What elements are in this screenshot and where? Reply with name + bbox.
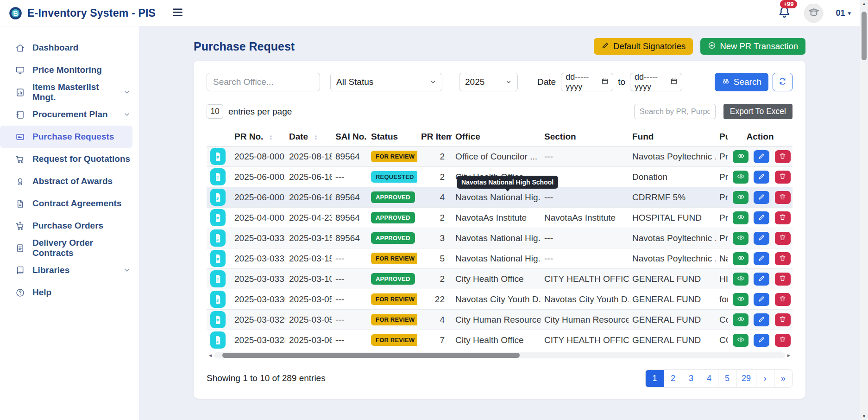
date-from-input[interactable]: dd-----yyyy [561, 73, 613, 91]
delete-button[interactable] [775, 252, 791, 265]
pr-file-button[interactable] [210, 250, 226, 267]
default-signatories-button[interactable]: Default Signatories [594, 38, 693, 55]
page-button-3[interactable]: 3 [682, 370, 700, 387]
search-pr-purpose-input[interactable] [634, 104, 716, 119]
sidebar-item-procurement-plan[interactable]: Procurement Plan [0, 103, 139, 126]
scroll-right-arrow-icon[interactable]: ► [785, 353, 793, 358]
user-menu[interactable]: 01 ▾ [836, 8, 851, 18]
scroll-up-arrow-icon[interactable]: ▲ [860, 0, 868, 7]
pr-file-button[interactable] [210, 148, 226, 165]
date-cell: 2025-03-10 [285, 269, 332, 289]
pr-file-button[interactable] [210, 291, 226, 308]
edit-button[interactable] [754, 252, 769, 265]
delete-button[interactable] [775, 171, 791, 184]
pr-file-button[interactable] [210, 168, 226, 185]
column-header-date[interactable]: Date▴▾ [285, 127, 332, 146]
delete-button[interactable] [775, 293, 791, 306]
pr-file-button[interactable] [210, 311, 226, 328]
pr-file-button[interactable] [210, 331, 226, 349]
view-button[interactable] [733, 150, 748, 163]
year-select[interactable]: 2025 [459, 73, 518, 91]
pr-file-button[interactable] [210, 209, 226, 226]
view-button[interactable] [733, 211, 748, 224]
scroll-down-arrow-icon[interactable]: ▼ [860, 413, 868, 420]
entries-per-page-label: entries per page [228, 107, 292, 117]
pr-no-cell: 2025-03-0330 [231, 289, 285, 310]
edit-button[interactable] [754, 191, 769, 204]
pencil-icon [758, 254, 766, 263]
column-header-action: Action [728, 127, 793, 146]
horizontal-scrollbar[interactable]: ◄ ► [207, 352, 793, 359]
sidebar-item-contract-agreements[interactable]: Contract Agreements [0, 192, 139, 215]
date-to-input[interactable]: dd-----yyyy [630, 73, 682, 91]
entries-per-page-select[interactable]: 10 [207, 104, 223, 119]
vertical-scrollbar[interactable]: ▲ ▼ [860, 0, 868, 420]
action-cell [728, 228, 793, 248]
edit-button[interactable] [754, 211, 769, 224]
view-button[interactable] [733, 232, 748, 245]
pr-file-button[interactable] [210, 229, 226, 247]
pr-file-button[interactable] [210, 270, 226, 287]
view-button[interactable] [733, 273, 748, 286]
search-button[interactable]: Search [715, 73, 768, 91]
pr-items-cell: 4 [417, 187, 452, 208]
status-select[interactable]: All Status [330, 73, 442, 91]
view-button[interactable] [733, 171, 748, 184]
edit-button[interactable] [754, 150, 769, 163]
column-header-purpose: Purpose [716, 127, 728, 146]
eye-icon [737, 274, 745, 284]
sidebar-item-request-for-quotations[interactable]: Request for Quotations [0, 148, 139, 170]
export-to-excel-button[interactable]: Export To Excel [723, 104, 793, 119]
user-avatar[interactable] [804, 4, 823, 23]
last-page-button[interactable]: » [774, 370, 792, 387]
page-button-29[interactable]: 29 [736, 370, 756, 387]
notifications-button[interactable]: +99 [777, 5, 792, 21]
action-cell [728, 269, 793, 289]
view-button[interactable] [733, 334, 748, 347]
delete-button[interactable] [775, 334, 791, 347]
next-page-button[interactable]: › [756, 370, 774, 387]
sidebar-item-help[interactable]: Help [0, 281, 139, 304]
page-button-2[interactable]: 2 [664, 370, 682, 387]
search-office-input[interactable] [207, 73, 320, 91]
delete-button[interactable] [775, 273, 791, 286]
sidebar-item-libraries[interactable]: Libraries [0, 259, 139, 281]
view-button[interactable] [733, 252, 748, 265]
column-header-pr-no[interactable]: PR No.▴▾ [231, 127, 285, 146]
document-icon [214, 274, 222, 285]
edit-button[interactable] [754, 334, 769, 347]
sidebar-item-abstract-of-awards[interactable]: Abstract of Awards [0, 170, 139, 192]
menu-toggle-button[interactable] [171, 6, 184, 20]
view-button[interactable] [733, 191, 748, 204]
edit-button[interactable] [754, 313, 769, 326]
eye-icon [737, 172, 745, 182]
edit-button[interactable] [754, 273, 769, 286]
sidebar-item-purchase-orders[interactable]: Purchase Orders [0, 215, 139, 237]
vertical-scrollbar-thumb[interactable] [862, 12, 867, 60]
edit-button[interactable] [754, 232, 769, 245]
sidebar-item-price-monitoring[interactable]: Price Monitoring [0, 59, 139, 81]
delete-button[interactable] [775, 191, 791, 204]
delete-button[interactable] [775, 211, 791, 224]
delete-button[interactable] [775, 150, 791, 163]
page-button-5[interactable]: 5 [718, 370, 736, 387]
horizontal-scrollbar-thumb[interactable] [222, 353, 519, 358]
edit-button[interactable] [754, 293, 769, 306]
sidebar-item-purchase-requests[interactable]: Purchase Requests [0, 126, 132, 148]
pr-file-button[interactable] [210, 189, 226, 206]
refresh-button[interactable] [773, 73, 793, 91]
page-button-1[interactable]: 1 [646, 370, 664, 387]
scroll-left-arrow-icon[interactable]: ◄ [207, 353, 214, 358]
sidebar-item-delivery-order-contracts[interactable]: Delivery Order Contracts [0, 237, 139, 259]
new-pr-transaction-button[interactable]: New PR Transaction [700, 38, 805, 55]
page-button-4[interactable]: 4 [700, 370, 718, 387]
sidebar-item-dashboard[interactable]: Dashboard [0, 37, 139, 59]
edit-button[interactable] [754, 171, 769, 184]
horizontal-scrollbar-track[interactable] [214, 352, 785, 358]
delete-button[interactable] [775, 313, 791, 326]
sidebar-item-items-masterlist[interactable]: Items Masterlist Mngt. [0, 81, 139, 103]
delete-button[interactable] [775, 232, 791, 245]
sai-no-cell: 89564 [332, 208, 367, 228]
view-button[interactable] [733, 293, 748, 306]
view-button[interactable] [733, 313, 748, 326]
